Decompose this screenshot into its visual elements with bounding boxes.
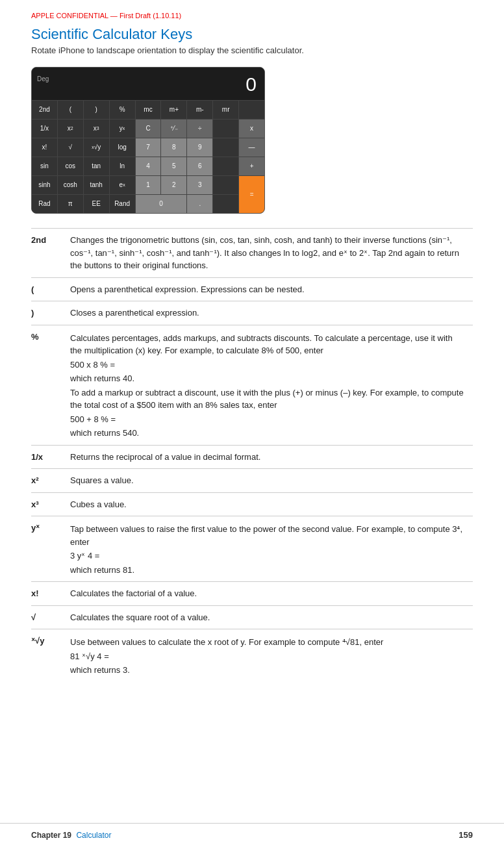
key-cell: ( xyxy=(31,277,70,301)
btn-x3[interactable]: x3 xyxy=(84,120,109,138)
desc-part: 81 ˣ√y 4 = xyxy=(70,650,466,663)
desc-part: Use between values to calculate the x ro… xyxy=(70,636,466,649)
desc-cell: Calculates percentages, adds markups, an… xyxy=(70,325,473,445)
desc-cell: Returns the reciprocal of a value in dec… xyxy=(70,445,473,469)
desc-part: Tap between values to raise the first va… xyxy=(70,523,466,548)
btn-mminus[interactable]: m- xyxy=(187,101,212,119)
desc-part: which returns 540. xyxy=(70,427,466,440)
btn-empty2 xyxy=(213,120,238,138)
btn-5[interactable]: 5 xyxy=(161,157,186,175)
calculator-image: Deg 0 2nd ( ) % mc m+ m- mr 1/x x2 x3 yx… xyxy=(31,67,265,214)
btn-empty5 xyxy=(213,176,238,194)
desc-cell: Tap between values to raise the first va… xyxy=(70,516,473,582)
btn-equals-tall[interactable]: = xyxy=(239,176,264,213)
desc-part: 500 + 8 % = xyxy=(70,413,466,426)
table-row: √Calculates the square root of a value. xyxy=(31,605,473,629)
desc-part: To add a markup or subtract a discount, … xyxy=(70,386,466,412)
table-row: x²Squares a value. xyxy=(31,469,473,493)
calc-grid: 2nd ( ) % mc m+ m- mr 1/x x2 x3 yx C ⁺∕₋… xyxy=(32,100,264,213)
btn-percent[interactable]: % xyxy=(110,101,135,119)
btn-clear[interactable]: C xyxy=(136,120,161,138)
btn-tan[interactable]: tan xyxy=(84,157,109,175)
footer-chapter-label: Chapter 19 xyxy=(31,831,71,840)
btn-mc[interactable]: mc xyxy=(136,101,161,119)
table-row: yˣTap between values to raise the first … xyxy=(31,516,473,582)
btn-7[interactable]: 7 xyxy=(136,138,161,157)
key-cell: x! xyxy=(31,582,70,606)
key-cell: 2nd xyxy=(31,229,70,278)
btn-ee[interactable]: EE xyxy=(84,195,109,213)
desc-cell: Opens a parenthetical expression. Expres… xyxy=(70,277,473,301)
btn-1x[interactable]: 1/x xyxy=(32,120,57,138)
desc-part: which returns 3. xyxy=(70,664,466,677)
desc-cell: Squares a value. xyxy=(70,469,473,493)
btn-empty6 xyxy=(213,195,238,213)
btn-4[interactable]: 4 xyxy=(136,157,161,175)
btn-0[interactable]: 0 xyxy=(136,195,187,213)
btn-plus[interactable]: + xyxy=(239,157,264,175)
btn-open-paren[interactable]: ( xyxy=(58,101,83,119)
key-cell: ˣ√y xyxy=(31,629,70,682)
btn-2[interactable]: 2 xyxy=(161,176,186,194)
btn-sin[interactable]: sin xyxy=(32,157,57,175)
btn-9[interactable]: 9 xyxy=(187,138,212,157)
btn-divide[interactable]: ÷ xyxy=(187,120,212,138)
btn-log[interactable]: log xyxy=(110,138,135,157)
btn-multiply[interactable]: x xyxy=(239,120,264,138)
desc-part: which returns 81. xyxy=(70,564,466,577)
btn-minus[interactable]: — xyxy=(239,138,264,157)
table-row: x!Calculates the factorial of a value. xyxy=(31,582,473,606)
btn-empty1 xyxy=(239,101,264,119)
btn-tanh[interactable]: tanh xyxy=(84,176,109,194)
desc-part: which returns 40. xyxy=(70,372,466,385)
btn-1[interactable]: 1 xyxy=(136,176,161,194)
footer-chapter-name: Calculator xyxy=(76,831,111,840)
display-value: 0 xyxy=(246,73,257,95)
btn-pi[interactable]: π xyxy=(58,195,83,213)
desc-part: Calculates percentages, adds markups, an… xyxy=(70,332,466,357)
table-row: %Calculates percentages, adds markups, a… xyxy=(31,325,473,445)
btn-yx[interactable]: yx xyxy=(110,120,135,138)
btn-empty4 xyxy=(213,157,238,175)
key-cell: x² xyxy=(31,469,70,493)
btn-x2[interactable]: x2 xyxy=(58,120,83,138)
desc-cell: Use between values to calculate the x ro… xyxy=(70,629,473,682)
btn-plusminus[interactable]: ⁺∕₋ xyxy=(161,120,186,138)
btn-8[interactable]: 8 xyxy=(161,138,186,157)
btn-3[interactable]: 3 xyxy=(187,176,212,194)
desc-cell: Calculates the factorial of a value. xyxy=(70,582,473,606)
btn-ex[interactable]: ex xyxy=(110,176,135,194)
btn-cosh[interactable]: cosh xyxy=(58,176,83,194)
table-row: )Closes a parenthetical expression. xyxy=(31,301,473,325)
table-row: ˣ√yUse between values to calculate the x… xyxy=(31,629,473,682)
table-row: (Opens a parenthetical expression. Expre… xyxy=(31,277,473,301)
key-cell: 1/x xyxy=(31,445,70,469)
btn-xfact[interactable]: x! xyxy=(32,138,57,157)
page-subtitle: Rotate iPhone to landscape orientation t… xyxy=(31,45,473,55)
btn-2nd[interactable]: 2nd xyxy=(32,101,57,119)
desc-cell: Calculates the square root of a value. xyxy=(70,605,473,629)
btn-mr[interactable]: mr xyxy=(213,101,238,119)
calc-display: Deg 0 xyxy=(32,68,264,100)
btn-mplus[interactable]: m+ xyxy=(161,101,186,119)
btn-rad[interactable]: Rad xyxy=(32,195,57,213)
btn-empty3 xyxy=(213,138,238,157)
page-footer: Chapter 19 Calculator 159 xyxy=(0,823,504,840)
table-row: x³Cubes a value. xyxy=(31,492,473,516)
key-cell: % xyxy=(31,325,70,445)
confidential-banner: APPLE CONFIDENTIAL — First Draft (1.10.1… xyxy=(31,12,473,19)
desc-cell: Changes the trigonometric buttons (sin, … xyxy=(70,229,473,278)
btn-dot[interactable]: . xyxy=(187,195,212,213)
btn-sinh[interactable]: sinh xyxy=(32,176,57,194)
btn-6[interactable]: 6 xyxy=(187,157,212,175)
desc-cell: Cubes a value. xyxy=(70,492,473,516)
btn-close-paren[interactable]: ) xyxy=(84,101,109,119)
key-cell: x³ xyxy=(31,492,70,516)
btn-cos[interactable]: cos xyxy=(58,157,83,175)
desc-part: 500 x 8 % = xyxy=(70,359,466,372)
btn-rand[interactable]: Rand xyxy=(110,195,135,213)
btn-sqrt[interactable]: √ xyxy=(58,138,83,157)
deg-label: Deg xyxy=(37,71,49,82)
btn-xrooty[interactable]: x√y xyxy=(84,138,109,157)
btn-ln[interactable]: ln xyxy=(110,157,135,175)
